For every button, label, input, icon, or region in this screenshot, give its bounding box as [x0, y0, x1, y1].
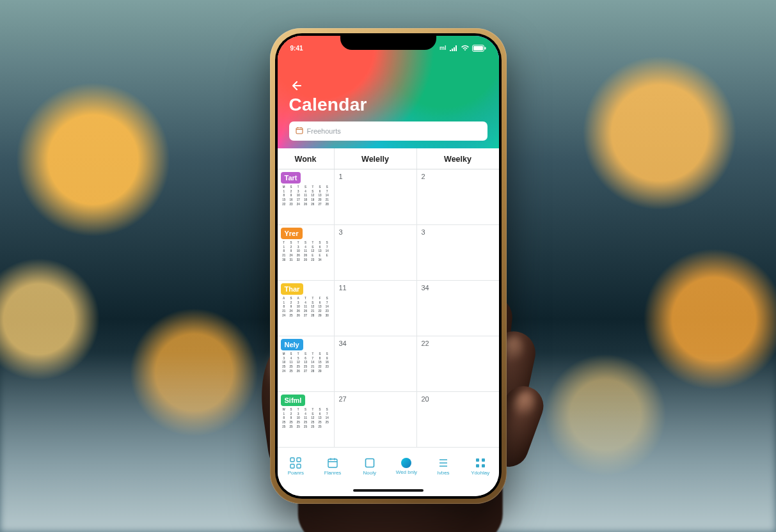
tab-label-5: Ydohlay [471, 470, 489, 476]
tag-0: Tart [281, 172, 301, 184]
cell-c1-r0[interactable]: 1 [335, 169, 416, 225]
list-icon [438, 457, 449, 469]
svg-rect-15 [365, 458, 374, 467]
tab-0[interactable]: Poanrs [278, 448, 315, 485]
status-carrier: ml [439, 45, 447, 51]
cell-c1-r4[interactable]: 27 [335, 392, 416, 447]
svg-rect-7 [290, 458, 294, 462]
cell-c2-r1[interactable]: 3 [417, 225, 499, 281]
cell-c2-r3[interactable]: 22 [417, 336, 499, 392]
sidebar-cell-4[interactable]: Sifml WSTSTSS1234S6789101112131425252525… [278, 392, 334, 447]
cell-c1-r1[interactable]: 3 [335, 225, 416, 281]
grid2-icon [475, 457, 486, 469]
tab-3[interactable]: Wed bnly [388, 448, 425, 485]
svg-rect-20 [482, 458, 485, 462]
dot-icon [401, 458, 411, 468]
tag-2: Thar [281, 283, 304, 295]
search-placeholder: Freehourts [307, 127, 341, 135]
cell-c1-r3[interactable]: 34 [335, 336, 416, 392]
cell-c2-r2[interactable]: 34 [417, 281, 499, 336]
home-indicator[interactable] [278, 485, 499, 496]
tab-4[interactable]: Ivbes [425, 448, 462, 485]
main-column-1: 1 3 11 34 27 [335, 169, 417, 447]
square-icon [364, 457, 376, 469]
app-header: 9:41 ml [278, 36, 499, 148]
cell-c1-r2[interactable]: 11 [335, 281, 416, 336]
column-header-1[interactable]: Welelly [335, 148, 417, 169]
mini-calendar-0: MSTSTSS1234S6789101112131415161718192021… [281, 185, 331, 206]
mini-calendar-4: WSTSTSS1234S6789101112131425252525252525… [281, 408, 331, 428]
svg-rect-2 [484, 47, 486, 49]
main-column-2: 2 3 34 22 20 [417, 169, 499, 447]
calendar-small-icon [296, 127, 303, 136]
cell-c2-r0[interactable]: 2 [417, 169, 499, 225]
svg-rect-1 [473, 46, 483, 51]
battery-icon [472, 45, 486, 52]
tag-3: Nely [281, 339, 303, 350]
mini-calendar-2: ASATTFS1234S6789101112131421242626212223… [281, 297, 331, 317]
tab-label-4: Ivbes [437, 470, 449, 476]
tab-2[interactable]: Nooly [351, 448, 388, 485]
column-header-0[interactable]: Wonk [278, 148, 335, 169]
mini-calendar-3: MSTSTSS345678910111213141516252525252122… [281, 352, 331, 373]
mini-calendar-1: TSTSTSS1234S6789101112131421242626EEE303… [281, 241, 331, 262]
svg-rect-9 [290, 464, 294, 468]
svg-rect-21 [476, 464, 479, 467]
column-header-2[interactable]: Weelky [417, 148, 499, 169]
sidebar-column: Tart MSTSTSS1234S67891011121314151617181… [278, 169, 335, 447]
tag-4: Sifml [281, 395, 306, 406]
svg-rect-8 [297, 458, 301, 462]
tab-label-3: Wed bnly [396, 469, 417, 475]
tag-1: Yrer [281, 228, 303, 239]
wifi-icon [461, 45, 470, 51]
back-arrow-icon[interactable] [289, 79, 302, 92]
cell-c2-r4[interactable]: 20 [417, 392, 499, 447]
sidebar-cell-3[interactable]: Nely MSTSTSS3456789101112131415162525252… [278, 336, 334, 392]
svg-rect-10 [297, 464, 301, 468]
calendar-grid: Tart MSTSTSS1234S67891011121314151617181… [278, 169, 499, 447]
svg-rect-19 [476, 458, 479, 462]
signal-icon [449, 45, 458, 51]
svg-rect-11 [328, 459, 337, 467]
phone-frame: 9:41 ml [270, 28, 507, 504]
page-title: Calendar [289, 95, 487, 115]
column-headers: Wonk Welelly Weelky [278, 148, 499, 169]
tab-label-1: Flanres [324, 470, 342, 476]
sidebar-cell-0[interactable]: Tart MSTSTSS1234S67891011121314151617181… [278, 169, 334, 225]
grid-icon [290, 457, 301, 469]
phone-notch [340, 33, 436, 50]
svg-rect-22 [482, 464, 485, 467]
sidebar-cell-2[interactable]: Thar ASATTFS1234S67891011121314212426262… [278, 281, 334, 336]
tab-label-2: Nooly [363, 470, 376, 476]
search-input[interactable]: Freehourts [289, 121, 487, 141]
tab-5[interactable]: Ydohlay [462, 448, 499, 485]
tab-label-0: Poanrs [288, 470, 304, 476]
tab-1[interactable]: Flanres [314, 448, 351, 485]
status-time: 9:41 [290, 45, 303, 52]
svg-rect-3 [296, 128, 303, 134]
calendar-icon [327, 457, 338, 469]
sidebar-cell-1[interactable]: Yrer TSTSTSS1234S6789101112131421242626E… [278, 225, 334, 281]
tab-bar: Poanrs Flanres Nooly [278, 447, 499, 485]
phone-screen: 9:41 ml [278, 36, 499, 496]
